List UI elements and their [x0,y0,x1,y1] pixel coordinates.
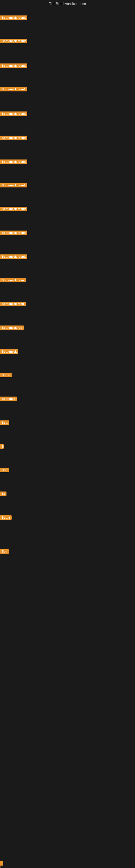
bottleneck-result-badge[interactable]: B [0,444,4,448]
badge-row-7: Bottleneck result [0,183,27,188]
bottleneck-result-badge[interactable]: Bottlenec [0,397,17,401]
badge-row-22: Bolt [0,549,9,555]
bottleneck-result-badge[interactable]: Bottleneck [0,349,18,354]
site-title: TheBottlenecker.com [0,0,135,8]
bottleneck-result-badge[interactable]: Bott [0,468,9,472]
badge-row-14: Bottleneck [0,349,18,355]
badge-row-8: Bottleneck result [0,207,27,212]
bottleneck-result-badge[interactable]: Bolt [0,549,9,554]
bottleneck-result-badge[interactable]: Bottleneck result [0,183,27,187]
badge-row-5: Bottleneck result [0,135,27,141]
bottleneck-result-badge[interactable]: Bottleneck result [0,63,27,68]
badge-row-11: Bottleneck resu [0,278,26,283]
bottleneck-result-badge[interactable]: Bottleneck result [0,16,27,20]
badge-row-18: B [0,444,4,450]
badge-row-2: Bottleneck result [0,63,27,69]
bottleneck-result-badge[interactable]: Bottleneck result [0,159,27,164]
badge-row-21: Bottle [0,516,12,521]
bottleneck-result-badge[interactable]: Bottleneck resu [0,278,26,282]
bottleneck-result-badge[interactable]: Bottleneck result [0,135,27,140]
badge-row-16: Bottlenec [0,397,17,402]
badge-row-15: Bottle [0,373,12,378]
badge-row-17: Bott [0,421,9,426]
bottleneck-result-badge[interactable]: Bottle [0,516,12,520]
bottleneck-result-badge[interactable]: Bottleneck result [0,112,27,116]
badge-row-3: Bottleneck result [0,87,27,93]
badge-row-20: Bo [0,492,6,497]
badge-row-4: Bottleneck result [0,112,27,117]
badge-row-10: Bottleneck result [0,254,27,260]
bottleneck-result-badge[interactable]: Bottle [0,373,12,377]
badge-row-6: Bottleneck result [0,159,27,165]
bottleneck-result-badge[interactable]: Bottleneck resu [0,302,26,306]
bottleneck-result-badge[interactable]: Bott [0,421,9,425]
badge-row-0: Bottleneck result [0,16,27,21]
bottleneck-result-badge[interactable]: Bottleneck result [0,230,27,235]
bottleneck-result-badge[interactable]: Bottleneck res [0,326,24,330]
badge-row-19: Bott [0,468,9,473]
bottleneck-result-badge[interactable]: Bottleneck result [0,207,27,211]
bottleneck-result-badge[interactable]: Bottleneck result [0,87,27,91]
badge-row-13: Bottleneck res [0,326,24,331]
bottleneck-result-badge[interactable]: Bottleneck result [0,254,27,259]
bottleneck-result-badge[interactable]: Bo [0,492,6,496]
badge-row-1: Bottleneck result [0,39,27,44]
bottleneck-result-badge[interactable]: Bottleneck result [0,39,27,43]
badge-row-12: Bottleneck resu [0,302,26,307]
badge-row-9: Bottleneck result [0,230,27,236]
vertical-line [1,861,1,868]
